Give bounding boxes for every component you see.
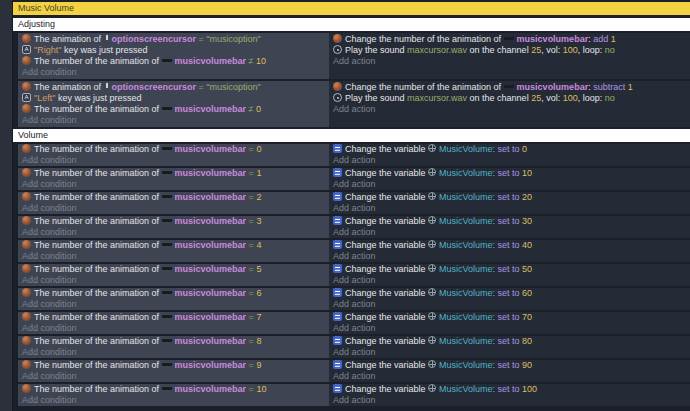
volume-events-list: The number of the animation of musicvolu…: [13, 144, 690, 406]
add-action-link[interactable]: Add action: [333, 56, 690, 67]
text-segment: MusicVolume:: [439, 336, 498, 346]
add-condition-link[interactable]: Add condition: [22, 115, 329, 126]
text-segment: 9: [256, 360, 261, 370]
action-line[interactable]: Change the variable MusicVolume: set to …: [333, 216, 690, 227]
action-line[interactable]: Change the variable MusicVolume: set to …: [333, 192, 690, 203]
add-action-link[interactable]: Add action: [333, 323, 690, 334]
text-segment: maxcursor.wav: [407, 45, 467, 55]
add-condition-link[interactable]: Add condition: [22, 347, 329, 358]
text-segment: , vol:: [541, 45, 563, 55]
text-segment: The number of the animation of: [34, 240, 162, 250]
condition-line[interactable]: The number of the animation of musicvolu…: [22, 56, 329, 67]
action-line[interactable]: Change the variable MusicVolume: set to …: [333, 168, 690, 179]
add-action-link[interactable]: Add action: [333, 275, 690, 286]
condition-line[interactable]: The number of the animation of musicvolu…: [22, 216, 329, 227]
conditions-panel: The number of the animation of musicvolu…: [18, 192, 329, 214]
condition-line[interactable]: The animation of optionscreencursor = "m…: [22, 82, 329, 93]
action-line[interactable]: Change the variable MusicVolume: set to …: [333, 336, 690, 347]
actions-panel: Change the variable MusicVolume: set to …: [329, 168, 690, 190]
condition-line[interactable]: The animation of optionscreencursor = "m…: [22, 34, 329, 45]
add-condition-link[interactable]: Add condition: [22, 275, 329, 286]
add-condition-link[interactable]: Add condition: [22, 395, 329, 406]
condition-line[interactable]: The number of the animation of musicvolu…: [22, 104, 329, 115]
action-line[interactable]: Change the number of the animation of mu…: [333, 34, 690, 45]
condition-line[interactable]: "Left" key was just pressed: [22, 93, 329, 104]
add-condition-link[interactable]: Add condition: [22, 155, 329, 166]
text-segment: MusicVolume:: [439, 168, 498, 178]
add-condition-link[interactable]: Add condition: [22, 323, 329, 334]
action-line[interactable]: Change the variable MusicVolume: set to …: [333, 264, 690, 275]
conditions-panel: The number of the animation of musicvolu…: [18, 360, 329, 382]
text-segment: The number of the animation of: [34, 336, 162, 346]
text-segment: musicvolumebar: [517, 34, 589, 44]
text-segment: "Left": [34, 93, 55, 103]
action-line[interactable]: Change the number of the animation of mu…: [333, 82, 690, 93]
text-segment: set to: [498, 384, 523, 394]
text-segment: Change the variable: [345, 144, 428, 154]
text-segment: MusicVolume:: [439, 312, 498, 322]
condition-line[interactable]: The number of the animation of musicvolu…: [22, 192, 329, 203]
sound-icon: [333, 93, 342, 102]
action-line[interactable]: Change the variable MusicVolume: set to …: [333, 360, 690, 371]
add-condition-link[interactable]: Add condition: [22, 67, 329, 78]
text-segment: =: [246, 288, 256, 298]
text-segment: =: [246, 144, 256, 154]
add-action-link[interactable]: Add action: [333, 371, 690, 382]
group-header-music-volume[interactable]: Music Volume: [13, 2, 690, 15]
add-action-link[interactable]: Add action: [333, 104, 690, 115]
add-action-link[interactable]: Add action: [333, 395, 690, 406]
text-segment: "Right": [34, 45, 61, 55]
text-segment: set to: [498, 336, 523, 346]
condition-line[interactable]: The number of the animation of musicvolu…: [22, 360, 329, 371]
group-header-volume[interactable]: Volume: [13, 129, 690, 142]
add-condition-link[interactable]: Add condition: [22, 299, 329, 310]
event-row: The number of the animation of musicvolu…: [18, 360, 690, 382]
condition-line[interactable]: The number of the animation of musicvolu…: [22, 312, 329, 323]
text-segment: 4: [256, 240, 261, 250]
text-segment: 20: [522, 192, 532, 202]
action-line[interactable]: Change the variable MusicVolume: set to …: [333, 240, 690, 251]
condition-line[interactable]: The number of the animation of musicvolu…: [22, 336, 329, 347]
event-sheet-gutter[interactable]: [0, 0, 13, 411]
condition-line[interactable]: The number of the animation of musicvolu…: [22, 144, 329, 155]
condition-line[interactable]: The number of the animation of musicvolu…: [22, 264, 329, 275]
condition-line[interactable]: The number of the animation of musicvolu…: [22, 384, 329, 395]
group-header-adjusting[interactable]: Adjusting: [13, 18, 690, 31]
add-action-link[interactable]: Add action: [333, 227, 690, 238]
condition-line[interactable]: The number of the animation of musicvolu…: [22, 288, 329, 299]
action-line[interactable]: Change the variable MusicVolume: set to …: [333, 288, 690, 299]
action-line[interactable]: Change the variable MusicVolume: set to …: [333, 384, 690, 395]
text-segment: set to: [498, 360, 523, 370]
add-condition-link[interactable]: Add condition: [22, 371, 329, 382]
action-line[interactable]: Change the variable MusicVolume: set to …: [333, 144, 690, 155]
condition-line[interactable]: "Right" key was just pressed: [22, 45, 329, 56]
action-line[interactable]: Play the sound maxcursor.wav on the chan…: [333, 93, 690, 104]
animation-icon: [22, 56, 31, 65]
text-segment: no: [605, 93, 615, 103]
add-condition-link[interactable]: Add condition: [22, 203, 329, 214]
conditions-panel: The animation of optionscreencursor = "m…: [18, 81, 329, 127]
globe-icon: [428, 288, 436, 296]
condition-line[interactable]: The number of the animation of musicvolu…: [22, 240, 329, 251]
add-condition-link[interactable]: Add condition: [22, 251, 329, 262]
event-row: The number of the animation of musicvolu…: [18, 216, 690, 238]
action-line[interactable]: Play the sound maxcursor.wav on the chan…: [333, 45, 690, 56]
add-action-link[interactable]: Add action: [333, 251, 690, 262]
action-line[interactable]: Change the variable MusicVolume: set to …: [333, 312, 690, 323]
condition-line[interactable]: The number of the animation of musicvolu…: [22, 168, 329, 179]
sound-icon: [333, 45, 342, 54]
add-action-link[interactable]: Add action: [333, 299, 690, 310]
add-action-link[interactable]: Add action: [333, 347, 690, 358]
conditions-panel: The number of the animation of musicvolu…: [18, 240, 329, 262]
bar-thumbnail-icon: [162, 291, 172, 294]
add-action-link[interactable]: Add action: [333, 203, 690, 214]
text-segment: musicvolumebar: [175, 192, 247, 202]
add-action-link[interactable]: Add action: [333, 179, 690, 190]
add-action-link[interactable]: Add action: [333, 155, 690, 166]
text-segment: on the channel: [467, 93, 531, 103]
text-segment: 6: [256, 288, 261, 298]
text-segment: Change the variable: [345, 192, 428, 202]
add-condition-link[interactable]: Add condition: [22, 227, 329, 238]
add-condition-link[interactable]: Add condition: [22, 179, 329, 190]
actions-panel: Change the variable MusicVolume: set to …: [329, 336, 690, 358]
